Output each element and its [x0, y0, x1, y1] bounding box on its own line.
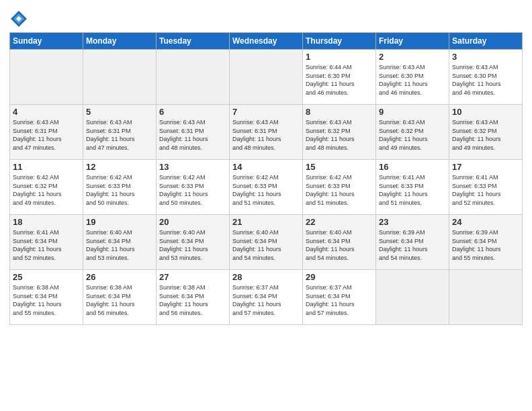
- day-number: 9: [379, 107, 446, 117]
- day-number: 25: [13, 272, 80, 282]
- day-info: Sunrise: 6:37 AMSunset: 6:34 PMDaylight:…: [232, 283, 300, 317]
- day-info: Sunrise: 6:38 AMSunset: 6:34 PMDaylight:…: [159, 283, 226, 317]
- day-cell: 4Sunrise: 6:43 AMSunset: 6:31 PMDaylight…: [10, 105, 83, 160]
- day-cell: 17Sunrise: 6:41 AMSunset: 6:33 PMDayligh…: [449, 160, 523, 215]
- day-info: Sunrise: 6:37 AMSunset: 6:34 PMDaylight:…: [306, 283, 373, 317]
- day-cell: 3Sunrise: 6:43 AMSunset: 6:30 PMDaylight…: [449, 50, 523, 105]
- day-cell: [157, 50, 230, 105]
- day-info: Sunrise: 6:40 AMSunset: 6:34 PMDaylight:…: [232, 228, 300, 262]
- day-cell: 20Sunrise: 6:40 AMSunset: 6:34 PMDayligh…: [157, 215, 230, 270]
- day-info: Sunrise: 6:40 AMSunset: 6:34 PMDaylight:…: [86, 228, 153, 262]
- day-info: Sunrise: 6:42 AMSunset: 6:33 PMDaylight:…: [232, 173, 300, 207]
- day-number: 3: [452, 52, 519, 62]
- day-cell: [83, 50, 157, 105]
- day-cell: 13Sunrise: 6:42 AMSunset: 6:33 PMDayligh…: [157, 160, 230, 215]
- day-cell: 25Sunrise: 6:38 AMSunset: 6:34 PMDayligh…: [10, 270, 83, 325]
- day-number: 21: [232, 217, 300, 227]
- day-info: Sunrise: 6:43 AMSunset: 6:31 PMDaylight:…: [232, 118, 300, 152]
- day-cell: 19Sunrise: 6:40 AMSunset: 6:34 PMDayligh…: [83, 215, 157, 270]
- day-info: Sunrise: 6:43 AMSunset: 6:30 PMDaylight:…: [379, 63, 446, 97]
- col-header-friday: Friday: [376, 33, 449, 50]
- day-cell: 11Sunrise: 6:42 AMSunset: 6:32 PMDayligh…: [10, 160, 83, 215]
- day-info: Sunrise: 6:38 AMSunset: 6:34 PMDaylight:…: [86, 283, 153, 317]
- day-cell: [376, 270, 449, 325]
- logo: [9, 9, 31, 28]
- header: [9, 7, 523, 28]
- day-cell: 10Sunrise: 6:43 AMSunset: 6:32 PMDayligh…: [449, 105, 523, 160]
- day-cell: 24Sunrise: 6:39 AMSunset: 6:34 PMDayligh…: [449, 215, 523, 270]
- week-row-1: 4Sunrise: 6:43 AMSunset: 6:31 PMDaylight…: [10, 105, 523, 160]
- day-number: 14: [232, 162, 300, 172]
- day-cell: 1Sunrise: 6:44 AMSunset: 6:30 PMDaylight…: [303, 50, 376, 105]
- day-cell: 16Sunrise: 6:41 AMSunset: 6:33 PMDayligh…: [376, 160, 449, 215]
- day-number: 17: [452, 162, 519, 172]
- day-cell: 14Sunrise: 6:42 AMSunset: 6:33 PMDayligh…: [230, 160, 303, 215]
- day-number: 11: [13, 162, 80, 172]
- day-cell: 29Sunrise: 6:37 AMSunset: 6:34 PMDayligh…: [303, 270, 376, 325]
- day-info: Sunrise: 6:39 AMSunset: 6:34 PMDaylight:…: [379, 228, 446, 262]
- day-number: 6: [159, 107, 226, 117]
- day-info: Sunrise: 6:44 AMSunset: 6:30 PMDaylight:…: [306, 63, 373, 97]
- day-number: 5: [86, 107, 153, 117]
- day-info: Sunrise: 6:40 AMSunset: 6:34 PMDaylight:…: [159, 228, 226, 262]
- day-number: 22: [306, 217, 373, 227]
- day-number: 18: [13, 217, 80, 227]
- day-number: 13: [159, 162, 226, 172]
- day-number: 4: [13, 107, 80, 117]
- day-number: 20: [159, 217, 226, 227]
- day-number: 26: [86, 272, 153, 282]
- week-row-2: 11Sunrise: 6:42 AMSunset: 6:32 PMDayligh…: [10, 160, 523, 215]
- col-header-thursday: Thursday: [303, 33, 376, 50]
- day-info: Sunrise: 6:41 AMSunset: 6:33 PMDaylight:…: [452, 173, 519, 207]
- col-header-tuesday: Tuesday: [157, 33, 230, 50]
- day-info: Sunrise: 6:39 AMSunset: 6:34 PMDaylight:…: [452, 228, 519, 262]
- day-cell: 23Sunrise: 6:39 AMSunset: 6:34 PMDayligh…: [376, 215, 449, 270]
- day-info: Sunrise: 6:43 AMSunset: 6:32 PMDaylight:…: [379, 118, 446, 152]
- day-number: 27: [159, 272, 226, 282]
- day-cell: 21Sunrise: 6:40 AMSunset: 6:34 PMDayligh…: [230, 215, 303, 270]
- day-cell: 7Sunrise: 6:43 AMSunset: 6:31 PMDaylight…: [230, 105, 303, 160]
- day-info: Sunrise: 6:43 AMSunset: 6:31 PMDaylight:…: [86, 118, 153, 152]
- day-info: Sunrise: 6:43 AMSunset: 6:32 PMDaylight:…: [306, 118, 373, 152]
- day-number: 10: [452, 107, 519, 117]
- day-info: Sunrise: 6:42 AMSunset: 6:33 PMDaylight:…: [86, 173, 153, 207]
- day-number: 12: [86, 162, 153, 172]
- week-row-3: 18Sunrise: 6:41 AMSunset: 6:34 PMDayligh…: [10, 215, 523, 270]
- day-number: 19: [86, 217, 153, 227]
- day-info: Sunrise: 6:43 AMSunset: 6:31 PMDaylight:…: [159, 118, 226, 152]
- col-header-saturday: Saturday: [449, 33, 523, 50]
- col-header-sunday: Sunday: [10, 33, 83, 50]
- col-header-wednesday: Wednesday: [230, 33, 303, 50]
- day-cell: 22Sunrise: 6:40 AMSunset: 6:34 PMDayligh…: [303, 215, 376, 270]
- col-header-monday: Monday: [83, 33, 157, 50]
- day-cell: 27Sunrise: 6:38 AMSunset: 6:34 PMDayligh…: [157, 270, 230, 325]
- calendar-table: SundayMondayTuesdayWednesdayThursdayFrid…: [9, 32, 523, 325]
- day-info: Sunrise: 6:43 AMSunset: 6:30 PMDaylight:…: [452, 63, 519, 97]
- day-cell: 2Sunrise: 6:43 AMSunset: 6:30 PMDaylight…: [376, 50, 449, 105]
- day-number: 8: [306, 107, 373, 117]
- day-info: Sunrise: 6:43 AMSunset: 6:31 PMDaylight:…: [13, 118, 80, 152]
- day-number: 24: [452, 217, 519, 227]
- day-number: 2: [379, 52, 446, 62]
- page: SundayMondayTuesdayWednesdayThursdayFrid…: [0, 0, 532, 332]
- day-info: Sunrise: 6:41 AMSunset: 6:34 PMDaylight:…: [13, 228, 80, 262]
- week-row-4: 25Sunrise: 6:38 AMSunset: 6:34 PMDayligh…: [10, 270, 523, 325]
- day-info: Sunrise: 6:42 AMSunset: 6:32 PMDaylight:…: [13, 173, 80, 207]
- day-info: Sunrise: 6:42 AMSunset: 6:33 PMDaylight:…: [306, 173, 373, 207]
- day-number: 16: [379, 162, 446, 172]
- header-row: SundayMondayTuesdayWednesdayThursdayFrid…: [10, 33, 523, 50]
- day-info: Sunrise: 6:40 AMSunset: 6:34 PMDaylight:…: [306, 228, 373, 262]
- day-cell: 6Sunrise: 6:43 AMSunset: 6:31 PMDaylight…: [157, 105, 230, 160]
- day-info: Sunrise: 6:43 AMSunset: 6:32 PMDaylight:…: [452, 118, 519, 152]
- day-number: 15: [306, 162, 373, 172]
- week-row-0: 1Sunrise: 6:44 AMSunset: 6:30 PMDaylight…: [10, 50, 523, 105]
- day-info: Sunrise: 6:38 AMSunset: 6:34 PMDaylight:…: [13, 283, 80, 317]
- day-cell: 8Sunrise: 6:43 AMSunset: 6:32 PMDaylight…: [303, 105, 376, 160]
- day-cell: 28Sunrise: 6:37 AMSunset: 6:34 PMDayligh…: [230, 270, 303, 325]
- logo-icon: [9, 9, 28, 28]
- day-number: 23: [379, 217, 446, 227]
- day-number: 7: [232, 107, 300, 117]
- day-number: 29: [306, 272, 373, 282]
- day-cell: 12Sunrise: 6:42 AMSunset: 6:33 PMDayligh…: [83, 160, 157, 215]
- day-number: 28: [232, 272, 300, 282]
